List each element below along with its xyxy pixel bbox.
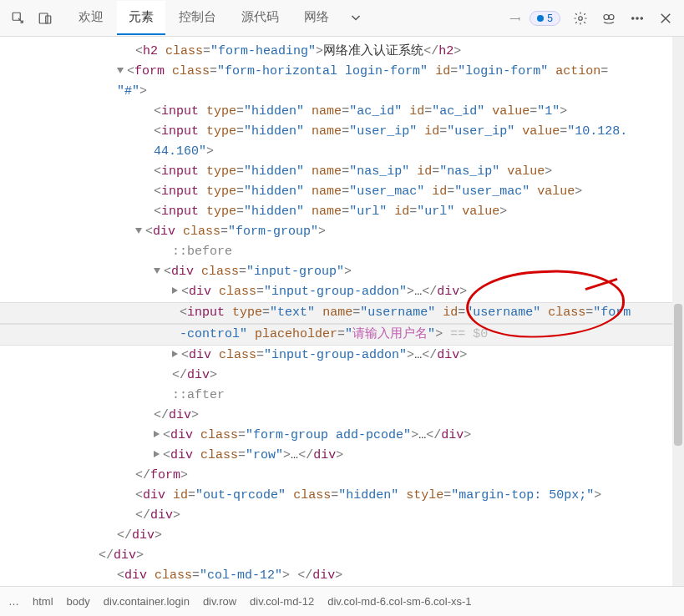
tab-console[interactable]: 控制台 — [167, 1, 228, 35]
dom-pseudo[interactable]: ::after — [0, 386, 684, 406]
dom-line[interactable]: <div id="out-qrcode" class="hidden" styl… — [0, 486, 684, 506]
badge-dot-icon — [537, 15, 544, 22]
dom-line[interactable]: <input type="hidden" name="user_ip" id="… — [0, 122, 684, 142]
dom-line[interactable]: <input type="hidden" name="nas_ip" id="n… — [0, 162, 684, 182]
dom-tree: <h2 class="form-heading">网络准入认证系统</h2> <… — [0, 37, 684, 584]
breadcrumb-item[interactable]: body — [67, 595, 90, 608]
breadcrumb-item[interactable]: … — [8, 595, 19, 608]
dom-line[interactable]: <input type="hidden" name="url" id="url"… — [0, 202, 684, 222]
dom-pseudo[interactable]: ::before — [0, 242, 684, 262]
settings-gear-icon[interactable] — [569, 7, 592, 30]
dom-line[interactable]: </form> — [0, 466, 684, 486]
svg-point-5 — [609, 14, 614, 19]
device-toolbar-icon[interactable] — [33, 7, 57, 30]
dom-line[interactable]: </div> — [0, 366, 684, 386]
dom-line[interactable]: </div> — [0, 546, 684, 566]
inspect-element-icon[interactable] — [7, 7, 30, 30]
dom-line[interactable]: <h2 class="form-heading">网络准入认证系统</h2> — [0, 42, 684, 62]
breadcrumb-item[interactable]: div.col-md-12 — [250, 595, 314, 608]
dom-line[interactable]: <input type="hidden" name="ac_id" id="ac… — [0, 102, 684, 122]
dom-line-form[interactable]: <form class="form-horizontal login-form"… — [0, 62, 684, 82]
vertical-scrollbar[interactable] — [672, 37, 684, 588]
dom-line[interactable]: <div class="row">…</div> — [0, 446, 684, 466]
badge-count: 5 — [547, 13, 553, 24]
expand-toggle-icon[interactable] — [135, 228, 142, 234]
breadcrumb-item[interactable]: div.container.login — [104, 595, 190, 608]
devtools-toolbar: 欢迎 元素 控制台 源代码 网络 ⟞ 5 — [0, 0, 684, 37]
svg-point-8 — [641, 17, 642, 18]
tab-sources[interactable]: 源代码 — [230, 1, 291, 35]
dom-line-selected[interactable]: -control" placeholder="请输入用户名"> == $0 — [0, 324, 684, 346]
breadcrumb-item[interactable]: html — [33, 595, 53, 608]
more-options-icon[interactable] — [626, 7, 649, 30]
expand-toggle-icon[interactable] — [154, 451, 160, 457]
dom-line[interactable]: 44.160"> — [0, 142, 684, 162]
breadcrumb: … html body div.container.login div.row … — [0, 586, 684, 616]
expand-toggle-icon[interactable] — [172, 351, 178, 357]
svg-point-6 — [632, 17, 634, 18]
dom-line[interactable]: <div class="form-group"> — [0, 222, 684, 242]
dom-line[interactable]: </div> — [0, 526, 684, 546]
elements-panel[interactable]: <h2 class="form-heading">网络准入认证系统</h2> <… — [0, 37, 684, 584]
svg-point-7 — [636, 17, 638, 18]
expand-toggle-icon[interactable] — [154, 268, 160, 274]
scrollbar-thumb[interactable] — [674, 304, 682, 446]
svg-rect-1 — [39, 13, 48, 23]
dom-line[interactable]: <div class="col-md-12"> </div> — [0, 566, 684, 584]
svg-point-3 — [579, 16, 583, 20]
dom-line[interactable]: </div> — [0, 506, 684, 526]
more-tabs-icon[interactable] — [344, 7, 367, 30]
tab-elements[interactable]: 元素 — [117, 1, 165, 35]
breadcrumb-item[interactable]: div.col-md-6.col-sm-6.col-xs-1 — [327, 595, 471, 608]
svg-point-4 — [604, 14, 609, 19]
dom-line[interactable]: <div class="input-group-addon">…</div> — [0, 346, 684, 366]
dom-line[interactable]: "#"> — [0, 82, 684, 102]
divider-handle-icon[interactable]: ⟞ — [503, 7, 526, 30]
expand-toggle-icon[interactable] — [117, 68, 124, 73]
issues-badge[interactable]: 5 — [529, 11, 560, 26]
dom-line-selected[interactable]: <input type="text" name="username" id="u… — [0, 302, 684, 324]
dom-line[interactable]: <div class="input-group"> — [0, 262, 684, 282]
expand-toggle-icon[interactable] — [154, 431, 160, 437]
dom-line[interactable]: <input type="hidden" name="user_mac" id=… — [0, 182, 684, 202]
tab-strip: 欢迎 元素 控制台 源代码 网络 — [67, 1, 341, 35]
dom-line[interactable]: <div class="input-group-addon">…</div> — [0, 282, 684, 302]
tab-network[interactable]: 网络 — [292, 1, 341, 35]
expand-toggle-icon[interactable] — [172, 287, 178, 294]
feedback-icon[interactable] — [597, 7, 621, 30]
close-icon[interactable] — [654, 7, 677, 30]
tab-welcome[interactable]: 欢迎 — [67, 1, 115, 35]
breadcrumb-item[interactable]: div.row — [203, 595, 236, 608]
svg-rect-2 — [46, 16, 51, 23]
dom-line[interactable]: <div class="form-group add-pcode">…</div… — [0, 426, 684, 446]
dom-line[interactable]: </div> — [0, 406, 684, 426]
